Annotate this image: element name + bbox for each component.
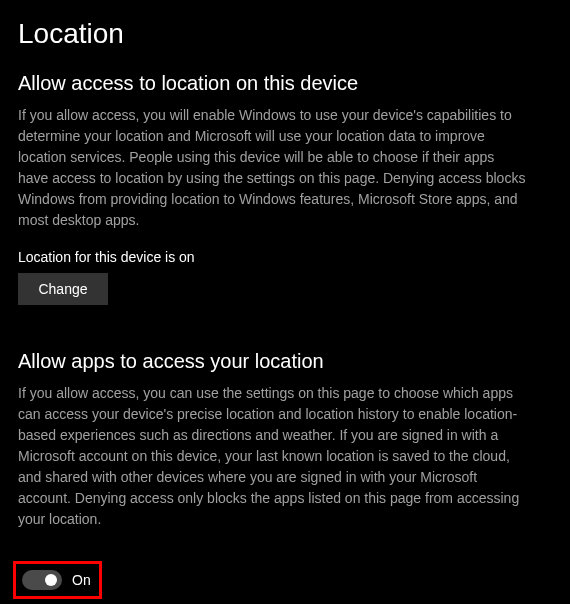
toggle-label: On	[72, 572, 91, 588]
change-button[interactable]: Change	[18, 273, 108, 305]
device-access-description: If you allow access, you will enable Win…	[18, 105, 528, 231]
device-access-heading: Allow access to location on this device	[18, 72, 552, 95]
toggle-knob	[45, 574, 57, 586]
app-access-description: If you allow access, you can use the set…	[18, 383, 528, 530]
toggle-highlight-box: On	[13, 561, 102, 599]
app-access-heading: Allow apps to access your location	[18, 350, 552, 373]
app-location-toggle[interactable]	[22, 570, 62, 590]
device-access-status: Location for this device is on	[18, 249, 552, 265]
page-title: Location	[18, 18, 552, 50]
